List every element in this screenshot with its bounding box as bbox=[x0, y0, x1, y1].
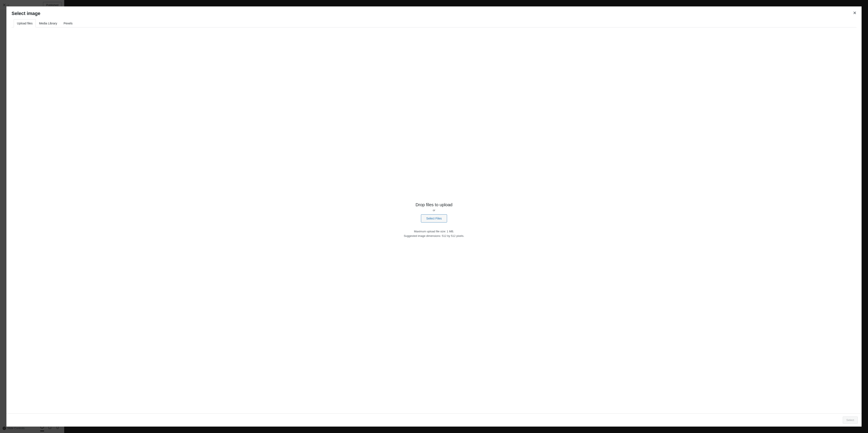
modal-tabs: Upload files Media Library Pexels bbox=[11, 19, 857, 27]
modal-close-button[interactable] bbox=[851, 9, 859, 17]
upload-dropzone[interactable]: Drop files to upload or Select Files Max… bbox=[6, 27, 862, 413]
suggested-dimensions-text: Suggested image dimensions: 512 by 512 p… bbox=[404, 234, 464, 238]
modal-overlay: Select image Upload files Media Library … bbox=[0, 0, 868, 433]
drop-or-text: or bbox=[433, 209, 435, 212]
select-files-button[interactable]: Select Files bbox=[421, 214, 447, 223]
upload-info: Maximum upload file size: 1 MB. Suggeste… bbox=[404, 229, 464, 238]
modal-header: Select image Upload files Media Library … bbox=[6, 6, 862, 27]
media-modal: Select image Upload files Media Library … bbox=[6, 6, 862, 427]
modal-footer: Select bbox=[6, 413, 862, 427]
drop-title: Drop files to upload bbox=[415, 202, 453, 207]
tab-pexels[interactable]: Pexels bbox=[60, 19, 76, 27]
tab-media-library[interactable]: Media Library bbox=[36, 19, 60, 27]
max-file-size-text: Maximum upload file size: 1 MB. bbox=[404, 229, 464, 234]
select-button[interactable]: Select bbox=[843, 416, 858, 424]
modal-title: Select image bbox=[11, 11, 857, 16]
tab-upload-files[interactable]: Upload files bbox=[14, 19, 36, 27]
